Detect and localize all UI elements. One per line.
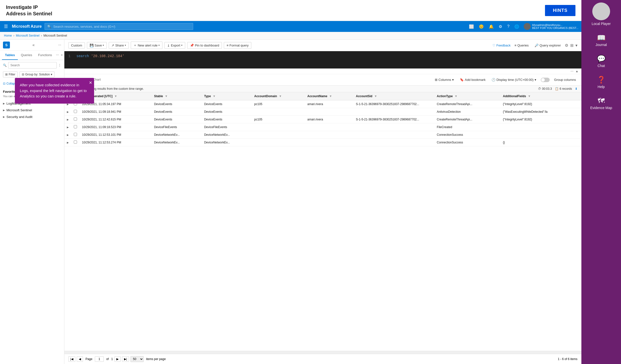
results-toolbar: Results Chart ⊞ Columns ▾ 🔖 Add bookmark… — [64, 74, 581, 86]
sidebar-collapse-icon[interactable]: « — [60, 51, 64, 60]
expand-cell[interactable]: ▶ — [64, 116, 71, 123]
more-icon[interactable]: ▾ — [575, 43, 577, 48]
feedback-icon[interactable]: 😊 — [477, 23, 485, 30]
query-editor[interactable]: 1 search '20.108.242.184' — [64, 51, 581, 68]
first-page-button[interactable]: |◀ — [68, 356, 75, 362]
checkbox-cell[interactable] — [71, 139, 79, 146]
settings-icon[interactable]: ⚙ — [497, 23, 504, 30]
col-additionalfields[interactable]: AdditionalFields ▼ — [500, 92, 581, 100]
cell-stable: DeviceNetworkEv... — [152, 139, 202, 146]
breadcrumb-home[interactable]: Home — [4, 34, 12, 37]
new-alert-rule-button[interactable]: ＋ New alert rule ▾ — [131, 42, 162, 49]
sentinel-logo-area: S — [3, 42, 10, 48]
tab-queries[interactable]: Queries — [18, 51, 35, 60]
hamburger-icon[interactable]: ☰ — [3, 23, 9, 30]
expand-sidebar-icon[interactable]: ⋯ — [58, 43, 61, 47]
azure-search-bar[interactable]: 🔍 — [45, 23, 193, 30]
sidebar-item-journal[interactable]: 📖 Journal — [581, 30, 621, 51]
query-value: '20.108.242.184' — [91, 54, 124, 58]
checkbox-cell[interactable] — [71, 123, 79, 131]
row-checkbox[interactable] — [74, 133, 77, 136]
cell-type: DeviceEvents — [202, 100, 252, 108]
export-button[interactable]: ⤓ Export ▾ — [164, 42, 185, 49]
breadcrumb-sentinel1[interactable]: Microsoft Sentinel — [16, 34, 39, 37]
queries-button[interactable]: ≡ Queries — [513, 43, 531, 48]
groupby-button[interactable]: ⊟ Group by: Solution ▾ — [20, 71, 54, 77]
cell-accountdomain: pc105 — [252, 100, 305, 108]
help-nav-icon[interactable]: ? — [506, 23, 511, 30]
tab-functions[interactable]: Functions — [35, 51, 55, 60]
columns-button[interactable]: ⊞ Columns ▾ — [433, 77, 455, 83]
expand-cell[interactable]: ▶ — [64, 139, 71, 146]
azure-nav: ☰ Microsoft Azure 🔍 ⬜ 😊 🔔 ⚙ ? 🌐 bfyoadmi… — [0, 21, 581, 32]
sidebar-search-icon: 🔍 — [3, 64, 7, 67]
group-columns-toggle[interactable] — [541, 78, 550, 82]
col-accountdomain[interactable]: AccountDomain ▼ — [252, 92, 305, 100]
notifications-icon[interactable]: 🔔 — [487, 23, 495, 30]
prev-page-button[interactable]: ◀ — [77, 356, 83, 362]
last-page-button[interactable]: ▶| — [122, 356, 129, 362]
collapse-sidebar-icon[interactable]: « — [32, 43, 35, 47]
col-actiontype[interactable]: ActionType ▼ — [434, 92, 500, 100]
collapse-query-icon[interactable]: ⋯ — [570, 69, 573, 73]
sidebar-item-evidence-map[interactable]: 🗺 Evidence Map — [581, 93, 621, 114]
expand-cell[interactable]: ▶ — [64, 123, 71, 131]
col-stable[interactable]: Stable ▼ — [152, 92, 202, 100]
azure-search-input[interactable] — [53, 25, 190, 28]
sidebar-item-help[interactable]: ❓ Help — [581, 72, 621, 93]
alert-caret-icon: ▾ — [158, 44, 160, 46]
col-type[interactable]: Type ▼ — [202, 92, 252, 100]
hints-button[interactable]: HINTS — [545, 5, 575, 16]
evidence-map-label: Evidence Map — [590, 106, 612, 110]
row-checkbox[interactable] — [74, 125, 77, 128]
pin-dashboard-button[interactable]: 📌 Pin to dashboard — [187, 42, 222, 49]
expand-icon[interactable]: ⊞ — [570, 43, 573, 48]
page-input[interactable] — [95, 356, 104, 362]
feedback-button[interactable]: ♡ Feedback — [492, 44, 511, 47]
page-total: 1 — [111, 357, 113, 361]
add-bookmark-button[interactable]: 🔖 Add bookmark — [458, 77, 487, 83]
tree-arrow-icon: ▶ — [3, 109, 5, 112]
row-checkbox[interactable] — [74, 117, 77, 121]
checkbox-cell[interactable] — [71, 131, 79, 139]
tooltip-close-btn[interactable]: ✕ — [89, 80, 92, 86]
sidebar-item-chat[interactable]: 💬 Chat — [581, 51, 621, 72]
share-button[interactable]: ↗ Share ▾ — [109, 42, 129, 49]
save-button[interactable]: 💾 Save ▾ — [87, 42, 107, 49]
cell-accountname: amari.rivera — [305, 100, 353, 108]
content-area: ✕ After you have collected evidence in L… — [0, 40, 581, 364]
row-checkbox[interactable] — [74, 110, 77, 113]
query-explorer-button[interactable]: 🔎 Query explorer — [533, 43, 563, 48]
download-icon[interactable]: ⬇ — [575, 87, 577, 91]
sidebar-search-input[interactable] — [8, 62, 57, 68]
cell-type: DeviceFileEvents — [202, 123, 252, 131]
expand-cell[interactable]: ▶ — [64, 131, 71, 139]
filter-button[interactable]: ⊞ Filter — [3, 71, 18, 77]
help-icon: ❓ — [597, 76, 606, 84]
tree-item-security-audit[interactable]: ▶ Security and Audit — [0, 114, 64, 120]
next-page-button[interactable]: ▶ — [114, 356, 121, 362]
items-per-page-select[interactable]: 50 100 — [130, 356, 144, 362]
cell-accountname — [305, 123, 353, 131]
cell-accountdomain — [252, 123, 305, 131]
checkbox-cell[interactable] — [71, 108, 79, 116]
display-time-button[interactable]: 🕐 Display time (UTC+00:00) ▾ — [490, 77, 538, 83]
page-controls: |◀ ◀ Page of 1 ▶ ▶| 50 100 items per pag… — [68, 356, 166, 362]
cell-accountname — [305, 108, 353, 116]
collapse-arrow-icon[interactable]: ▲ — [575, 69, 578, 73]
cloud-shell-icon[interactable]: ⬜ — [467, 23, 475, 30]
col-accountname[interactable]: AccountName ▼ — [305, 92, 353, 100]
sidebar-more-icon[interactable]: ⋯ — [55, 51, 60, 60]
settings-query-icon[interactable]: ⚙ — [565, 43, 568, 48]
expand-cell[interactable]: ▶ — [64, 108, 71, 116]
user-section[interactable]: bfyoadmin@bestforyou... BEST FOR YOU ORG… — [524, 23, 578, 30]
directory-icon[interactable]: 🌐 — [513, 23, 521, 30]
format-query-button[interactable]: ≡ Format query — [224, 42, 251, 49]
checkbox-cell[interactable] — [71, 116, 79, 123]
horizontal-scrollbar[interactable] — [64, 351, 581, 354]
col-accountsid[interactable]: AccountSid ▼ — [353, 92, 434, 100]
tree-item-microsoft-sentinel[interactable]: ▶ Microsoft Sentinel — [0, 107, 64, 114]
tab-tables[interactable]: Tables — [2, 51, 18, 60]
sidebar-search-more-icon[interactable]: ⋮ — [58, 64, 61, 67]
row-checkbox[interactable] — [74, 140, 77, 144]
